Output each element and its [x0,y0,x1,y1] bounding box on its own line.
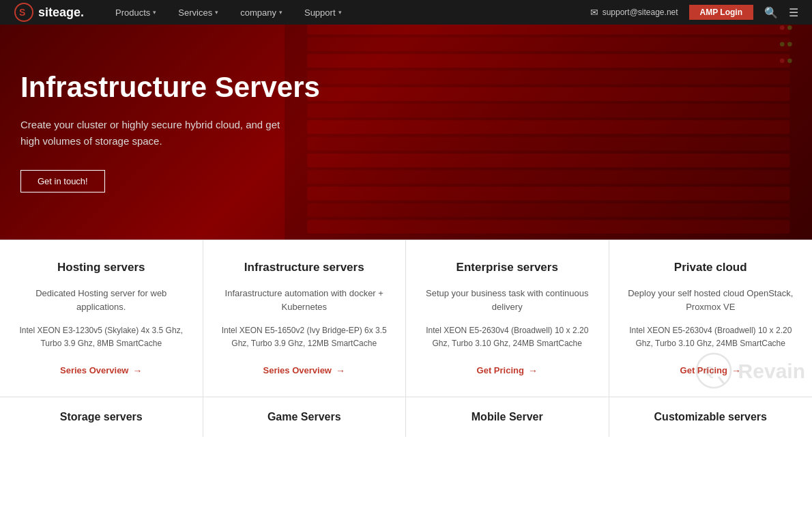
nav-company[interactable]: company ▾ [229,0,293,25]
hamburger-menu-icon[interactable]: ☰ [789,6,798,19]
infrastructure-servers-card: Infrastructure servers Infarastructure a… [203,240,407,397]
svg-rect-3 [307,25,789,34]
svg-rect-15 [307,220,789,233]
hero-section: Infrastructure Servers Create your clust… [0,25,812,240]
enterprise-servers-title: Enterprise servers [420,261,595,274]
hosting-servers-title: Hosting servers [14,261,189,274]
infrastructure-link-arrow-icon: → [336,365,345,376]
svg-point-16 [779,25,784,30]
nav-support[interactable]: Support ▾ [293,0,353,25]
logo[interactable]: S siteage. [14,2,84,23]
game-servers-title: Game Servers [217,411,392,423]
enterprise-link-arrow-icon: → [528,365,538,376]
get-in-touch-button[interactable]: Get in touch! [20,170,105,192]
products-chevron-icon: ▾ [153,9,156,16]
svg-point-20 [779,59,784,63]
hosting-servers-link[interactable]: Series Overview → [60,365,142,376]
infrastructure-servers-desc: Infarastructure automation with docker +… [217,287,392,313]
nav-products[interactable]: Products ▾ [104,0,167,25]
svg-rect-14 [307,203,789,217]
infrastructure-servers-title: Infrastructure servers [217,261,392,274]
customizable-servers-card: Customizable servers [609,397,813,437]
svg-point-19 [787,42,792,46]
enterprise-servers-card: Enterprise servers Setup your business t… [406,240,609,397]
hosting-servers-desc: Dedicated Hosting server for web applica… [14,287,189,313]
bottom-cards-row: Storage servers Game Servers Mobile Serv… [0,397,812,437]
enterprise-servers-desc: Setup your business task with continuous… [420,287,595,313]
hero-title: Infrastructure Servers [20,72,792,103]
hosting-servers-spec: Intel XEON E3-1230v5 (Skylake) 4x 3.5 Gh… [14,324,189,350]
navbar: S siteage. Products ▾ Services ▾ company… [0,0,812,25]
email-icon: ✉ [590,7,598,18]
svg-point-18 [779,42,784,46]
storage-servers-title: Storage servers [14,411,189,423]
hero-content: Infrastructure Servers Create your clust… [20,72,792,192]
enterprise-servers-link[interactable]: Get Pricing → [477,365,538,376]
svg-point-17 [787,25,792,30]
support-chevron-icon: ▾ [338,9,342,16]
revain-text: Revain [738,360,805,383]
storage-servers-card: Storage servers [0,397,203,437]
nav-links: Products ▾ Services ▾ company ▾ Support … [104,0,590,25]
infrastructure-servers-spec: Intel XEON E5-1650v2 (Ivy Bridge-EP) 6x … [217,324,392,350]
company-chevron-icon: ▾ [279,9,282,16]
svg-text:S: S [19,7,25,18]
search-icon[interactable]: 🔍 [764,6,778,19]
hosting-link-arrow-icon: → [132,365,142,376]
mobile-server-card: Mobile Server [406,397,609,437]
private-cloud-title: Private cloud [623,261,799,274]
nav-right: ✉ support@siteage.net AMP Login 🔍 ☰ [590,5,798,20]
svg-point-21 [787,59,792,63]
nav-services[interactable]: Services ▾ [167,0,229,25]
infrastructure-servers-link[interactable]: Series Overview → [263,365,345,376]
services-chevron-icon: ▾ [215,9,218,16]
amp-login-button[interactable]: AMP Login [689,5,753,20]
customizable-servers-title: Customizable servers [623,411,799,423]
game-servers-card: Game Servers [203,397,407,437]
hero-subtitle: Create your cluster or highly secure hyb… [20,117,328,149]
svg-rect-5 [307,54,789,68]
private-cloud-card: Private cloud Deploy your self hosted cl… [609,240,813,397]
cards-section: Hosting servers Dedicated Hosting server… [0,240,812,437]
revain-watermark: Q Revain [695,352,805,390]
svg-line-24 [719,377,724,384]
enterprise-servers-spec: Intel XEON E5-2630v4 (Broadwell) 10 x 2.… [420,324,595,350]
logo-text: siteage. [38,5,84,20]
private-cloud-desc: Deploy your self hosted cloud OpenStack,… [623,287,799,313]
mobile-server-title: Mobile Server [420,411,595,423]
svg-rect-4 [307,38,789,51]
private-cloud-spec: Intel XEON E5-2630v4 (Broadwell) 10 x 2.… [623,324,799,350]
nav-email: ✉ support@siteage.net [590,7,678,18]
hosting-servers-card: Hosting servers Dedicated Hosting server… [0,240,203,397]
main-cards-row: Hosting servers Dedicated Hosting server… [0,240,812,397]
svg-text:Q: Q [705,365,714,378]
